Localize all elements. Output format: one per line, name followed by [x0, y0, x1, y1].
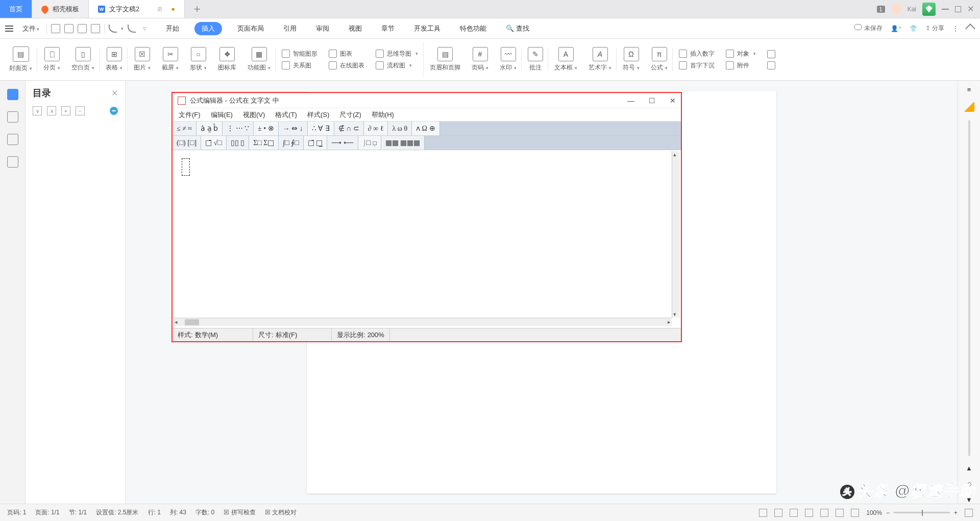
ribbon-tab-dev[interactable]: 开发工具	[410, 22, 445, 35]
btn-textbox[interactable]: A文本框	[549, 42, 582, 77]
minimize-button[interactable]	[942, 9, 949, 10]
ribbon-tab-start[interactable]: 开始	[162, 22, 183, 35]
btn-table[interactable]: ⊞表格	[101, 42, 128, 77]
eq-palette-operators[interactable]: ± • ⊗	[254, 122, 279, 135]
btn-equation[interactable]: π公式	[646, 42, 673, 77]
unsaved-indicator[interactable]: 未保存	[854, 24, 883, 33]
eq-tmpl-sum[interactable]: Σ□ Σ□̤	[249, 136, 279, 150]
tab-document[interactable]: W文字文稿2 ⎚ ●	[89, 0, 185, 18]
eq-tmpl-matrix[interactable]: ▦▦ ▦▦▦	[381, 136, 425, 150]
eq-tmpl-fracroot[interactable]: □̄ √□	[201, 136, 227, 150]
present-icon[interactable]: ⎚	[158, 5, 162, 13]
share-button[interactable]: ⇪ 分享	[925, 24, 944, 33]
zoom-control[interactable]: 100% − +	[866, 509, 958, 516]
edit-pencil-icon[interactable]	[964, 102, 974, 112]
user-name[interactable]: Kai	[908, 6, 916, 13]
eq-palette-relational[interactable]: ≤ ≠ ≈	[173, 122, 197, 135]
toc-add-icon[interactable]: +	[61, 106, 70, 115]
sb-fitpage-icon[interactable]	[965, 509, 973, 517]
ribbon-tab-view[interactable]: 视图	[345, 22, 366, 35]
file-menu[interactable]: 文件	[19, 22, 42, 35]
sb-focus-icon[interactable]	[759, 509, 767, 517]
sb-col[interactable]: 列: 43	[170, 508, 186, 517]
eq-palette-greek-lower[interactable]: λ ω θ	[388, 122, 412, 135]
sb-spellcheck[interactable]: ☒ 拼写检查	[224, 508, 255, 517]
eq-close-icon[interactable]: ✕	[670, 97, 676, 105]
eq-minimize-icon[interactable]: —	[627, 97, 634, 105]
ruler-top-icon[interactable]: ≡	[967, 86, 971, 93]
btn-screenshot[interactable]: ✂截屏	[157, 42, 184, 77]
btn-picture[interactable]: ☒图片	[129, 42, 156, 77]
export-icon[interactable]	[64, 24, 74, 33]
eq-menu-file[interactable]: 文件(F)	[179, 110, 201, 120]
btn-funcimg[interactable]: ▦功能图	[242, 42, 276, 77]
new-tab-button[interactable]: +	[185, 0, 209, 18]
print-icon[interactable]	[78, 24, 87, 33]
more-icon[interactable]: ⋮	[952, 25, 959, 32]
btn-insertnum[interactable]: 插入数字	[679, 50, 715, 58]
btn-pageno[interactable]: #页码	[467, 42, 494, 77]
eq-hscroll-thumb[interactable]	[185, 319, 199, 325]
eq-tmpl-prodset[interactable]: ⎰□ □̣	[358, 136, 381, 150]
eq-menu-size[interactable]: 尺寸(Z)	[339, 110, 361, 120]
ribbon-tab-layout[interactable]: 页面布局	[233, 22, 268, 35]
eq-vertical-scrollbar[interactable]	[672, 151, 680, 318]
ribbon-tab-section[interactable]: 章节	[377, 22, 399, 35]
btn-blankpage[interactable]: ▯空白页	[66, 42, 100, 77]
eq-menu-help[interactable]: 帮助(H)	[372, 110, 394, 120]
sb-wordcount[interactable]: 字数: 0	[195, 508, 214, 517]
btn-attachment[interactable]: 附件	[726, 61, 756, 70]
notification-badge[interactable]: 1	[877, 6, 885, 13]
eq-palette-arrows[interactable]: → ⇔ ↓	[279, 122, 308, 135]
eq-horizontal-scrollbar[interactable]	[174, 318, 672, 326]
maximize-button[interactable]	[955, 6, 961, 12]
rail-notes-icon[interactable]	[7, 111, 18, 123]
sb-sign-icon[interactable]	[790, 509, 798, 517]
ribbon-tab-review[interactable]: 审阅	[312, 22, 333, 35]
toc-collapse-icon[interactable]: ∧	[47, 106, 56, 115]
ribbon-tab-special[interactable]: 特色功能	[456, 22, 491, 35]
eq-palette-accents[interactable]: ȧ a̱ b̂	[197, 122, 223, 135]
eq-tmpl-labelarrow[interactable]: ⟶ ⟵	[327, 136, 358, 150]
ribbon-tab-find[interactable]: 🔍 查找	[502, 22, 533, 35]
eq-menu-style[interactable]: 样式(S)	[307, 110, 329, 120]
btn-comment[interactable]: ✎批注	[523, 42, 548, 77]
btn-chart[interactable]: 图表	[329, 50, 364, 58]
sb-pagecode[interactable]: 页码: 1	[7, 508, 26, 517]
rail-search-icon[interactable]	[7, 156, 18, 168]
btn-mindmap[interactable]: 思维导图	[376, 50, 418, 58]
eq-palette-logic[interactable]: ∴ ∀ ∃	[308, 122, 334, 135]
skin-icon[interactable]: 👕	[910, 25, 917, 32]
vip-diamond-icon[interactable]	[922, 3, 936, 16]
btn-shapes[interactable]: ○形状	[185, 42, 212, 77]
sb-page[interactable]: 页面: 1/1	[35, 508, 59, 517]
btn-pagebreak[interactable]: ⎕分页	[38, 42, 65, 77]
save-icon[interactable]	[51, 24, 60, 33]
btn-symbol[interactable]: Ω符号	[618, 42, 645, 77]
sb-read-icon[interactable]	[774, 509, 782, 517]
eq-palette-greek-upper[interactable]: ᴧ Ω ⊕	[412, 122, 439, 135]
sb-layout-outline-icon[interactable]	[820, 509, 828, 517]
zoom-slider[interactable]	[894, 512, 950, 513]
tab-templates[interactable]: 稻壳模板	[32, 0, 89, 18]
btn-flowchart[interactable]: 流程图	[376, 61, 418, 70]
ribbon-tab-insert[interactable]: 插入	[194, 22, 222, 35]
vertical-scrollbar[interactable]	[968, 120, 970, 456]
btn-watermark[interactable]: 〰水印	[495, 42, 522, 77]
collapse-ribbon-icon[interactable]	[965, 23, 975, 34]
eq-menu-view[interactable]: 视图(V)	[243, 110, 265, 120]
scroll-up-icon[interactable]: ▲	[966, 464, 972, 472]
redo-icon[interactable]	[128, 25, 136, 33]
toc-remove-icon[interactable]: −	[76, 106, 85, 115]
toc-close-icon[interactable]: ✕	[111, 88, 118, 98]
eq-titlebar[interactable]: 公式编辑器 - 公式在 文字文 中 — ☐ ✕	[173, 93, 681, 108]
sb-section[interactable]: 节: 1/1	[69, 508, 87, 517]
zoom-out-icon[interactable]: −	[886, 509, 890, 516]
sb-proofread[interactable]: ☒ 文档校对	[265, 508, 297, 517]
toc-link-icon[interactable]	[110, 107, 118, 115]
format-painter-dd[interactable]: ▽	[143, 26, 146, 31]
btn-smartart[interactable]: 智能图形	[282, 50, 317, 58]
rail-bookmark-icon[interactable]	[7, 134, 18, 145]
btn-date[interactable]	[767, 50, 775, 58]
toc-expand-icon[interactable]: ∨	[33, 106, 42, 115]
